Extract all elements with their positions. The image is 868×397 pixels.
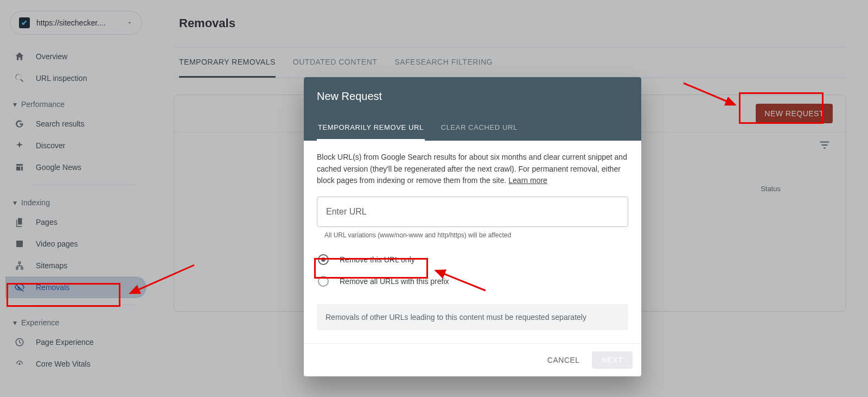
learn-more-link[interactable]: Learn more xyxy=(508,176,547,185)
dialog-tab-temporarily-remove[interactable]: TEMPORARILY REMOVE URL xyxy=(317,116,425,141)
cancel-button[interactable]: CANCEL xyxy=(540,351,588,369)
new-request-dialog: New Request TEMPORARILY REMOVE URL CLEAR… xyxy=(304,77,641,376)
dialog-body: Block URL(s) from Google Search results … xyxy=(304,141,641,330)
dialog-tab-clear-cached[interactable]: CLEAR CACHED URL xyxy=(440,116,519,141)
note-box: Removals of other URLs leading to this c… xyxy=(317,304,628,330)
dialog-tabs: TEMPORARILY REMOVE URL CLEAR CACHED URL xyxy=(317,116,628,141)
radio-remove-prefix[interactable]: Remove all URLs with this prefix xyxy=(317,270,628,292)
url-helper-text: All URL variations (www/non-www and http… xyxy=(324,231,628,239)
radio-remove-url-only[interactable]: Remove this URL only xyxy=(317,249,628,270)
description-text: Block URL(s) from Google Search results … xyxy=(317,153,627,185)
radio-icon xyxy=(318,254,329,265)
next-button[interactable]: NEXT xyxy=(592,351,633,369)
radio-icon xyxy=(318,276,329,287)
radio-label: Remove this URL only xyxy=(340,255,415,264)
dialog-title: New Request xyxy=(317,90,628,103)
dialog-header: New Request TEMPORARILY REMOVE URL CLEAR… xyxy=(304,77,641,141)
dialog-actions: CANCEL NEXT xyxy=(304,343,641,376)
dialog-description: Block URL(s) from Google Search results … xyxy=(317,152,628,187)
url-input[interactable] xyxy=(317,197,628,227)
radio-label: Remove all URLs with this prefix xyxy=(340,277,449,286)
